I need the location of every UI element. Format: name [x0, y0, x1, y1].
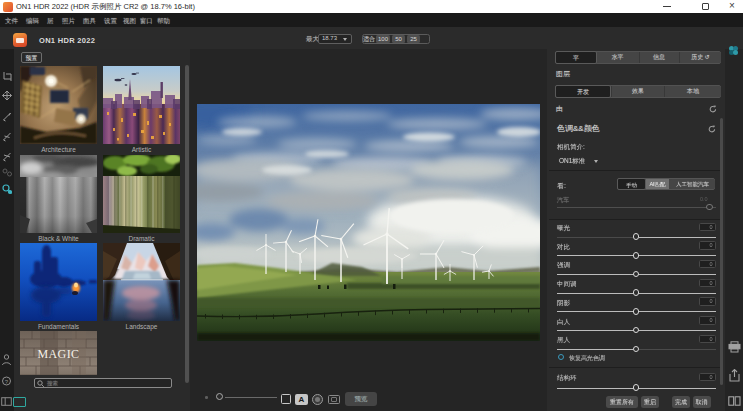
svg-text:?: ?	[5, 379, 9, 385]
svg-text:MAGIC: MAGIC	[37, 347, 79, 361]
